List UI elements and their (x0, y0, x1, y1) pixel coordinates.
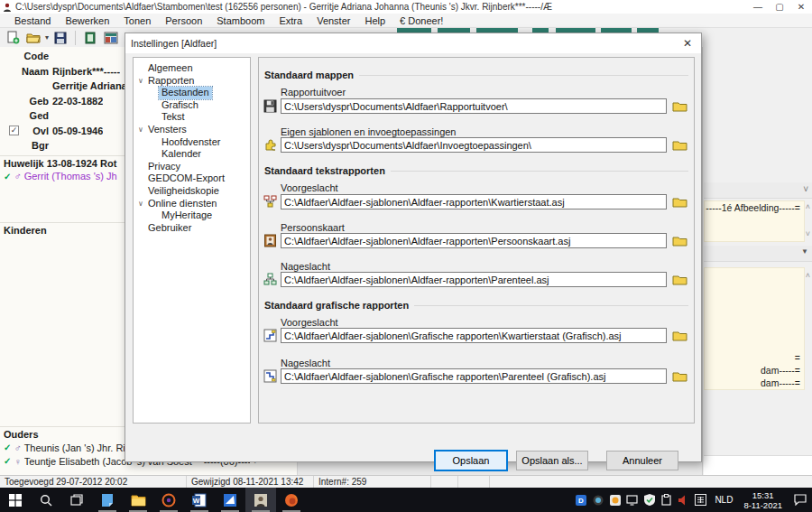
menu-stamboom[interactable]: Stamboom (209, 14, 272, 28)
save-button[interactable]: Opslaan (435, 451, 507, 470)
browse-folder-button[interactable] (672, 100, 689, 113)
notification-center-icon[interactable] (789, 488, 812, 512)
taskbar-clock[interactable]: 15:31 8-11-2021 (739, 490, 787, 510)
start-button[interactable] (0, 488, 31, 512)
tray-updates-icon[interactable] (607, 488, 623, 512)
collapsed-section-bar[interactable]: ▼ (704, 246, 812, 262)
menu-tonen[interactable]: Tonen (116, 14, 158, 28)
language-indicator[interactable]: NLD (710, 495, 737, 505)
field-value-naam[interactable]: Rijnberk***----- (52, 66, 120, 77)
person-card-template-input[interactable] (281, 233, 667, 248)
ancestors-template-input[interactable] (281, 194, 667, 209)
save-icon[interactable] (51, 30, 69, 46)
notes-box[interactable]: = dam-----= dam-----= (704, 267, 805, 390)
browse-folder-button[interactable] (672, 370, 689, 383)
bottom-white-strip (704, 455, 812, 475)
tray-clipboard-icon[interactable] (659, 488, 674, 512)
menu-doneer[interactable]: € Doneer! (392, 14, 450, 28)
tree-item-veiligheidskopie[interactable]: Veiligheidskopie (134, 185, 250, 198)
triangle-down-icon[interactable]: ▼ (801, 247, 808, 256)
save-as-button[interactable]: Opslaan als... (516, 451, 588, 470)
group-heading: Standaard grafische rapporten (264, 300, 414, 311)
tray-display-icon[interactable] (624, 488, 640, 512)
collapse-icon[interactable]: ∨ (136, 75, 145, 88)
menu-persoon[interactable]: Persoon (158, 14, 209, 28)
menu-bestand[interactable]: Bestand (7, 14, 58, 28)
task-view-icon[interactable] (61, 488, 92, 512)
status-empty (490, 476, 812, 489)
field-value-geb[interactable]: 22-03-1882 (52, 96, 103, 107)
menu-bewerken[interactable]: Bewerken (58, 14, 116, 28)
browse-folder-button[interactable] (672, 139, 689, 152)
new-file-icon[interactable] (4, 30, 22, 46)
chevron-up-icon[interactable]: ˄ (806, 202, 810, 211)
field-value-voornamen[interactable]: Gerritje Adriana (52, 80, 127, 91)
tray-security-icon[interactable] (641, 488, 657, 512)
tree-item-algemeen[interactable]: Algemeen (134, 62, 250, 75)
tree-item-gebruiker[interactable]: Gebruiker (134, 222, 250, 235)
partner-link[interactable]: Gerrit (Thomas 's) Jh (24, 171, 117, 182)
tree-item-privacy[interactable]: Privacy (134, 161, 250, 173)
tray-volume-muted-icon[interactable] (676, 488, 691, 512)
taskbar-app-media[interactable] (153, 488, 184, 512)
maximize-icon[interactable]: ▢ (769, 0, 790, 14)
menu-extra[interactable]: Extra (272, 14, 309, 28)
descendants-template-input[interactable] (281, 272, 667, 287)
tree-item-myheritage[interactable]: MyHeritage (134, 209, 250, 222)
father-link[interactable]: Theunis (Jan 's) Jhr. Rij (24, 442, 128, 453)
tree-item-vensters[interactable]: ∨Vensters (134, 124, 250, 136)
taskbar-app-aldfaer[interactable] (245, 488, 276, 512)
browse-folder-button[interactable] (672, 274, 689, 286)
ovl-checkbox[interactable]: ✓ (9, 126, 19, 135)
app-icon (3, 3, 12, 12)
taskbar-app-word[interactable]: W (184, 488, 215, 512)
dialog-close-icon[interactable]: ✕ (674, 33, 701, 53)
taskbar-app-reader[interactable] (215, 488, 245, 512)
templates-path-input[interactable] (281, 137, 667, 153)
window-titlebar: C:\Users\dyspr\Documents\Aldfaer\Stambom… (0, 0, 812, 14)
cancel-button[interactable]: Annuleer (606, 451, 678, 470)
tree-item-bestanden[interactable]: Bestanden (134, 87, 250, 99)
tree-item-gedcom-export[interactable]: GEDCOM-Export (134, 172, 250, 185)
tree-item-tekst[interactable]: Tekst (134, 111, 250, 124)
field-label-geb: Geb (0, 96, 52, 107)
taskbar-app-firefox[interactable] (276, 488, 307, 512)
tray-sync-icon[interactable] (590, 488, 605, 512)
tree-item-grafisch[interactable]: Grafisch (134, 99, 250, 112)
dialog-title: Instellingen [Aldfaer] (131, 38, 674, 49)
browse-folder-button[interactable] (672, 330, 689, 342)
taskbar-app-notes[interactable] (92, 488, 123, 512)
chevron-up-icon[interactable]: ˄ (806, 271, 810, 280)
collapse-icon[interactable]: ∨ (136, 124, 145, 136)
tree-item-rapporten[interactable]: ∨Rapporten (134, 75, 250, 88)
taskbar-app-explorer[interactable] (123, 488, 153, 512)
chevron-down-icon[interactable]: ˅ (803, 184, 808, 194)
chevron-down-icon[interactable]: ˅ (806, 229, 810, 238)
menu-venster[interactable]: Venster (309, 14, 357, 28)
open-folder-icon[interactable] (24, 30, 42, 46)
close-icon[interactable]: ✕ (790, 0, 812, 14)
search-icon[interactable] (31, 488, 61, 512)
field-label-ged: Ged (0, 110, 52, 121)
report-tool-icon[interactable] (102, 30, 120, 46)
browse-folder-button[interactable] (672, 235, 689, 247)
collapsed-section-bar[interactable]: ˅ (704, 182, 812, 199)
tree-item-kalender[interactable]: Kalender (134, 148, 250, 161)
window-tool-icon[interactable] (81, 30, 99, 46)
field-value-ovl[interactable]: 05-09-1946 (52, 126, 103, 136)
tray-ime-icon[interactable] (693, 488, 708, 512)
tree-item-online-diensten[interactable]: ∨Online diensten (134, 198, 250, 210)
collapse-icon[interactable]: ∨ (136, 198, 145, 210)
browse-folder-button[interactable] (672, 196, 689, 209)
graphic-ancestors-template-input[interactable] (281, 328, 667, 343)
report-output-path-input[interactable] (281, 98, 667, 114)
tray-dropbox-icon[interactable]: D (573, 488, 588, 512)
image-note-box[interactable]: -----1é Afbeelding-----= (704, 200, 805, 242)
field-label-naam: Naam (0, 66, 52, 77)
tree-item-hoofdvenster[interactable]: Hoofdvenster (134, 136, 250, 149)
open-dropdown-arrow-icon[interactable]: ▾ (45, 33, 49, 42)
graphic-descendants-template-input[interactable] (281, 368, 667, 384)
menu-help[interactable]: Help (357, 14, 392, 28)
plugin-icon (263, 138, 278, 153)
minimize-icon[interactable]: — (747, 0, 769, 14)
